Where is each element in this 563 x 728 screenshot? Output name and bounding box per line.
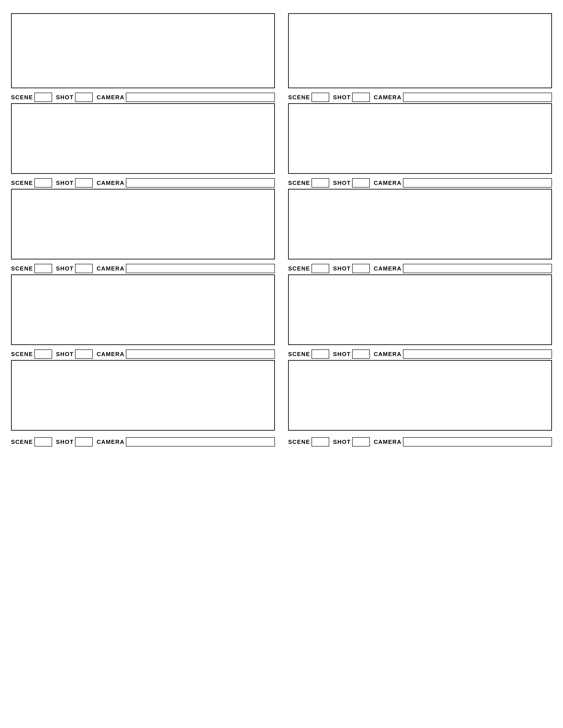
- meta-bar-5-right: SCENE SHOT CAMERA: [288, 435, 552, 448]
- shot-input-3-left[interactable]: [75, 264, 93, 273]
- shot-label-1-right: SHOT: [333, 94, 351, 101]
- image-box-top-right: [288, 13, 552, 88]
- camera-input-5-left[interactable]: [126, 437, 275, 447]
- shot-input-2-left[interactable]: [75, 178, 93, 188]
- camera-label-3-left: CAMERA: [97, 265, 124, 272]
- camera-input-4-left[interactable]: [126, 349, 275, 359]
- shot-label-5-right: SHOT: [333, 439, 351, 445]
- scene-input-4-right[interactable]: [312, 349, 329, 359]
- panel-top-right: [288, 13, 552, 88]
- shot-label-2-right: SHOT: [333, 180, 351, 186]
- camera-input-2-right[interactable]: [403, 178, 552, 188]
- meta-bar-4-left: SCENE SHOT CAMERA: [11, 347, 275, 360]
- shot-input-4-right[interactable]: [352, 349, 370, 359]
- image-box-4-left: [11, 360, 275, 431]
- panel-4-left: SCENE SHOT CAMERA: [11, 347, 275, 431]
- image-box-top-left: [11, 13, 275, 88]
- camera-label-1-left: CAMERA: [97, 94, 124, 101]
- scene-label-4-left: SCENE: [11, 351, 33, 358]
- panel-5-right: SCENE SHOT CAMERA: [288, 435, 552, 448]
- meta-bar-1-right: SCENE SHOT CAMERA: [288, 90, 552, 103]
- storyboard-row-4: SCENE SHOT CAMERA SCENE SHOT CAMERA: [11, 347, 552, 431]
- meta-bar-2-right: SCENE SHOT CAMERA: [288, 176, 552, 189]
- image-box-1-right: [288, 103, 552, 174]
- shot-input-1-left[interactable]: [75, 93, 93, 102]
- camera-input-3-left[interactable]: [126, 264, 275, 273]
- shot-input-5-right[interactable]: [352, 437, 370, 447]
- scene-label-1-left: SCENE: [11, 94, 33, 101]
- shot-input-2-right[interactable]: [352, 178, 370, 188]
- shot-input-1-right[interactable]: [352, 93, 370, 102]
- scene-label-4-right: SCENE: [288, 351, 310, 358]
- panel-2-right: SCENE SHOT CAMERA: [288, 176, 552, 259]
- shot-input-3-right[interactable]: [352, 264, 370, 273]
- scene-input-5-left[interactable]: [34, 437, 52, 447]
- panel-1-left: SCENE SHOT CAMERA: [11, 90, 275, 174]
- camera-label-4-right: CAMERA: [374, 351, 402, 358]
- image-box-3-right: [288, 274, 552, 345]
- panel-2-left: SCENE SHOT CAMERA: [11, 176, 275, 259]
- shot-input-5-left[interactable]: [75, 437, 93, 447]
- storyboard-row-2: SCENE SHOT CAMERA SCENE SHOT CAMERA: [11, 176, 552, 259]
- top-image-row: [11, 13, 552, 88]
- scene-label-1-right: SCENE: [288, 94, 310, 101]
- shot-label-1-left: SHOT: [56, 94, 74, 101]
- camera-input-4-right[interactable]: [403, 349, 552, 359]
- camera-label-5-right: CAMERA: [374, 439, 402, 445]
- meta-bar-2-left: SCENE SHOT CAMERA: [11, 176, 275, 189]
- image-box-4-right: [288, 360, 552, 431]
- shot-label-4-right: SHOT: [333, 351, 351, 358]
- meta-bar-3-right: SCENE SHOT CAMERA: [288, 262, 552, 274]
- scene-label-5-right: SCENE: [288, 439, 310, 445]
- storyboard-row-5-meta: SCENE SHOT CAMERA SCENE SHOT CAMERA: [11, 435, 552, 448]
- scene-label-5-left: SCENE: [11, 439, 33, 445]
- image-box-2-left: [11, 189, 275, 259]
- camera-input-2-left[interactable]: [126, 178, 275, 188]
- camera-input-5-right[interactable]: [403, 437, 552, 447]
- shot-label-3-left: SHOT: [56, 265, 74, 272]
- image-box-1-left: [11, 103, 275, 174]
- scene-label-3-right: SCENE: [288, 265, 310, 272]
- panel-1-right: SCENE SHOT CAMERA: [288, 90, 552, 174]
- scene-input-1-right[interactable]: [312, 93, 329, 102]
- storyboard-row-1: SCENE SHOT CAMERA SCENE SHOT CAMERA: [11, 90, 552, 174]
- shot-label-3-right: SHOT: [333, 265, 351, 272]
- camera-input-1-left[interactable]: [126, 93, 275, 102]
- shot-label-2-left: SHOT: [56, 180, 74, 186]
- meta-bar-5-left: SCENE SHOT CAMERA: [11, 435, 275, 448]
- camera-input-3-right[interactable]: [403, 264, 552, 273]
- camera-label-2-right: CAMERA: [374, 180, 402, 186]
- panel-3-right: SCENE SHOT CAMERA: [288, 262, 552, 345]
- camera-label-2-left: CAMERA: [97, 180, 124, 186]
- meta-bar-1-left: SCENE SHOT CAMERA: [11, 90, 275, 103]
- scene-input-3-right[interactable]: [312, 264, 329, 273]
- meta-bar-4-right: SCENE SHOT CAMERA: [288, 347, 552, 360]
- scene-input-3-left[interactable]: [34, 264, 52, 273]
- scene-label-3-left: SCENE: [11, 265, 33, 272]
- panel-4-right: SCENE SHOT CAMERA: [288, 347, 552, 431]
- scene-input-5-right[interactable]: [312, 437, 329, 447]
- panel-top-left: [11, 13, 275, 88]
- storyboard-page: SCENE SHOT CAMERA SCENE SHOT CAMERA: [11, 9, 552, 448]
- image-box-3-left: [11, 274, 275, 345]
- scene-label-2-right: SCENE: [288, 180, 310, 186]
- camera-label-4-left: CAMERA: [97, 351, 124, 358]
- image-box-2-right: [288, 189, 552, 259]
- storyboard-row-3: SCENE SHOT CAMERA SCENE SHOT CAMERA: [11, 262, 552, 345]
- camera-input-1-right[interactable]: [403, 93, 552, 102]
- meta-bar-3-left: SCENE SHOT CAMERA: [11, 262, 275, 274]
- shot-input-4-left[interactable]: [75, 349, 93, 359]
- shot-label-5-left: SHOT: [56, 439, 74, 445]
- shot-label-4-left: SHOT: [56, 351, 74, 358]
- camera-label-3-right: CAMERA: [374, 265, 402, 272]
- camera-label-5-left: CAMERA: [97, 439, 124, 445]
- panel-5-left: SCENE SHOT CAMERA: [11, 435, 275, 448]
- scene-label-2-left: SCENE: [11, 180, 33, 186]
- camera-label-1-right: CAMERA: [374, 94, 402, 101]
- scene-input-1-left[interactable]: [34, 93, 52, 102]
- scene-input-2-right[interactable]: [312, 178, 329, 188]
- panel-3-left: SCENE SHOT CAMERA: [11, 262, 275, 345]
- scene-input-2-left[interactable]: [34, 178, 52, 188]
- scene-input-4-left[interactable]: [34, 349, 52, 359]
